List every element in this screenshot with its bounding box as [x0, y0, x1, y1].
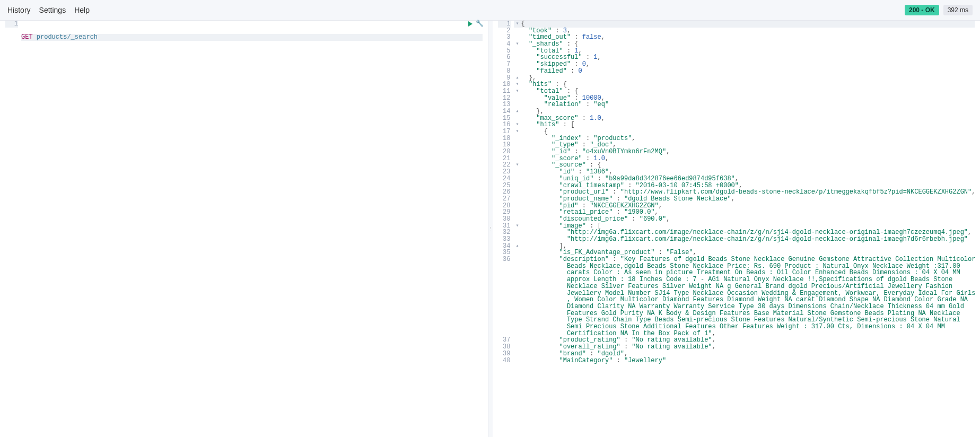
request-code[interactable]: GET products/_search — [21, 21, 488, 437]
history-link[interactable]: History — [7, 6, 31, 14]
split-view: 1 GET products/_search 🔧 ⋮ 1234567891011… — [0, 20, 980, 437]
run-icon[interactable] — [468, 21, 472, 27]
toolbar: History Settings Help 200 - OK 392 ms — [0, 0, 980, 20]
wrench-icon[interactable]: 🔧 — [476, 21, 483, 28]
response-code[interactable]: { "took" : 3, "timed_out" : false, "_sha… — [521, 21, 981, 437]
timing-badge: 392 ms — [943, 5, 973, 15]
pane-splitter[interactable]: ⋮ — [488, 21, 493, 437]
settings-link[interactable]: Settings — [39, 6, 66, 14]
response-gutter: 1234567891011121314151617181920212223242… — [493, 21, 514, 437]
status-badge: 200 - OK — [905, 5, 939, 15]
request-editor[interactable]: 1 GET products/_search 🔧 — [0, 21, 488, 437]
request-gutter: 1 — [0, 21, 21, 437]
response-fold-column[interactable]: ▾▾▴▾▾▴▾▾▾▾▴ — [514, 21, 521, 437]
help-link[interactable]: Help — [74, 6, 90, 14]
response-viewer[interactable]: 1234567891011121314151617181920212223242… — [493, 21, 981, 437]
